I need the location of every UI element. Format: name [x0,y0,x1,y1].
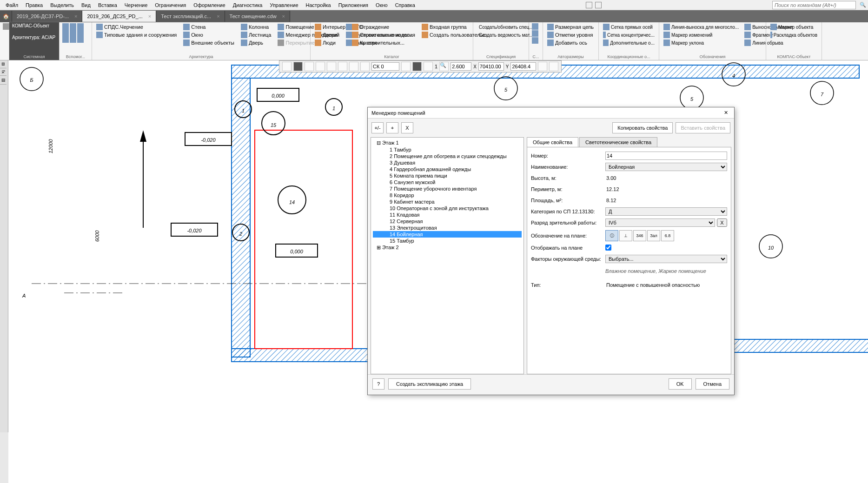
win-icon-2[interactable] [595,2,602,8]
menu-settings[interactable]: Настройка [302,1,335,9]
tool-icon[interactable] [77,23,84,30]
spec-list-btn[interactable]: Создать ведомость мат... [476,31,526,39]
tree-room-item[interactable]: 14 Бойлерная [373,231,522,238]
delete-btn[interactable]: X [401,122,413,133]
toggle-btn[interactable]: +/- [371,122,384,133]
mark-style-3[interactable]: Зал [647,230,660,241]
grid-add-btn[interactable]: Дополнительные о... [602,39,656,46]
menu-window[interactable]: Окно [372,1,391,9]
mark-style-1[interactable]: ⊥ [619,230,632,241]
gear-icon[interactable] [532,23,538,30]
y-input[interactable] [510,62,536,71]
ok-button[interactable]: OK [669,378,692,390]
zoom-icon[interactable]: 🔍 [439,62,449,71]
menu-draw[interactable]: Черчение [121,1,152,9]
doc-tab-3[interactable]: Тест смещение.cdw× [225,11,290,22]
level-btn[interactable]: Отметки уровня [546,31,596,39]
tree-room-item[interactable]: 8 Коридор [373,192,522,198]
home-button[interactable]: 🏠 [0,11,12,22]
door-btn[interactable]: Внешние объекты [182,39,236,46]
tree-room-item[interactable]: 1 Тамбур [373,146,522,153]
tool-icon[interactable] [77,36,84,43]
window-btn[interactable]: Окно [182,31,236,39]
tool-icon[interactable] [70,36,76,43]
close-icon[interactable]: × [217,13,219,19]
menu-format[interactable]: Оформление [190,1,229,9]
show-plan-checkbox[interactable] [605,245,611,251]
search-icon[interactable]: 🔍 [860,2,866,8]
menu-help[interactable]: Справка [391,1,419,9]
tree-room-item[interactable]: 5 Комната приема пищи [373,172,522,179]
tool-icon[interactable] [62,36,69,43]
tree-room-item[interactable]: 6 Санузел мужской [373,179,522,185]
leader-btn[interactable]: Линия-выноска для многосло... [662,23,740,31]
sk-input[interactable] [371,62,399,71]
export-explication-btn[interactable]: Создать экспликацию этажа [388,378,471,390]
menu-constraints[interactable]: Ограничения [151,1,190,9]
layout-btn[interactable]: Раскладка объектов [769,31,819,39]
room-tree[interactable]: Этаж 1 1 Тамбур2 Помещение для обогрева … [371,137,524,374]
tool-btn[interactable] [316,62,325,71]
gear-icon[interactable] [532,30,538,37]
win-icon-1[interactable] [586,2,592,8]
menu-manage[interactable]: Управление [266,1,302,9]
name-select[interactable]: Бойлерная [605,163,727,171]
obj-marker-btn[interactable]: Маркер объекта [769,23,819,31]
zoom-input[interactable] [451,62,471,71]
doors-cat-btn[interactable]: Двери [313,31,347,39]
ugo-btn[interactable]: Типовые здания и сооружения [95,31,178,39]
grid-icon[interactable] [349,62,358,71]
column-btn[interactable]: Колонна [239,23,273,31]
number-input[interactable] [605,152,727,160]
tree-room-item[interactable]: 4 Гардеробная домашней одежды [373,166,522,172]
tool-icon[interactable] [62,30,69,36]
app-icon[interactable] [3,23,9,30]
spds-btn[interactable]: СПДС.Черчение [95,23,178,31]
tree-room-item[interactable]: 2 Помещение для обогрева и сушки спецоде… [373,153,522,159]
tool-btn[interactable] [327,62,336,71]
stairs-btn[interactable]: Лестница [239,31,273,39]
menu-apps[interactable]: Приложения [335,1,372,9]
tree-room-item[interactable]: 13 Электрощитовая [373,225,522,231]
menu-view[interactable]: Вид [78,1,94,9]
dim-chain-btn[interactable]: Размерная цепь [546,23,596,31]
tool-btn[interactable] [549,62,558,71]
doc-tab-0[interactable]: 2019_206-ДС37-PD-...× [12,11,82,22]
tool-btn[interactable] [360,62,370,71]
menu-edit[interactable]: Правка [22,1,46,9]
razryad-select[interactable]: IVб [605,218,715,227]
doc-tab-1[interactable]: 2019_206_ДС25_PD_...× [82,11,156,22]
interior-btn[interactable]: Интерьер [313,23,347,31]
help-button[interactable]: ? [372,378,384,390]
category-select[interactable]: Д [605,207,727,216]
cancel-button[interactable]: Отмена [696,378,729,390]
tree-room-item[interactable]: 11 Кладовая [373,212,522,218]
roof-btn[interactable]: Кровля [351,39,417,46]
change-marker-btn[interactable]: Маркер изменений [662,31,740,39]
x-input[interactable] [478,62,504,71]
tab-lighting[interactable]: Светотехнические свойства [579,137,657,147]
grid-straight-btn[interactable]: Сетка прямых осей [602,23,656,31]
slope-marker-btn[interactable]: Маркер уклона [662,39,740,46]
tool-icon[interactable] [77,30,84,36]
close-icon[interactable]: ✕ [721,110,730,116]
close-icon[interactable]: × [282,13,285,19]
build-prod-btn[interactable]: Строительные изделия [351,31,417,39]
tree-floor1[interactable]: Этаж 1 [373,139,522,146]
add-btn[interactable]: + [386,122,398,133]
tree-room-item[interactable]: 15 Тамбур [373,238,522,244]
menu-select[interactable]: Выделить [46,1,78,9]
wall-btn[interactable]: Стена [182,23,236,31]
tree-room-item[interactable]: 7 Помещение уборочного инвентаря [373,185,522,192]
tool-btn[interactable] [282,62,292,71]
tool-btn[interactable] [412,62,422,71]
razryad-clear-btn[interactable]: X [717,218,727,227]
fence-btn[interactable]: Ограждение [351,23,417,31]
tool-icon[interactable] [70,23,76,30]
tree-room-item[interactable]: 10 Операторная с зоной для инструктажа [373,205,522,212]
vtab-3[interactable]: ▤ [0,76,7,85]
tree-room-item[interactable]: 9 Кабинет мастера [373,198,522,205]
spec-create-btn[interactable]: Создать/обновить спец... [476,23,526,31]
tree-room-item[interactable]: 3 Душевая [373,159,522,166]
people-btn[interactable]: Люди [313,39,347,46]
